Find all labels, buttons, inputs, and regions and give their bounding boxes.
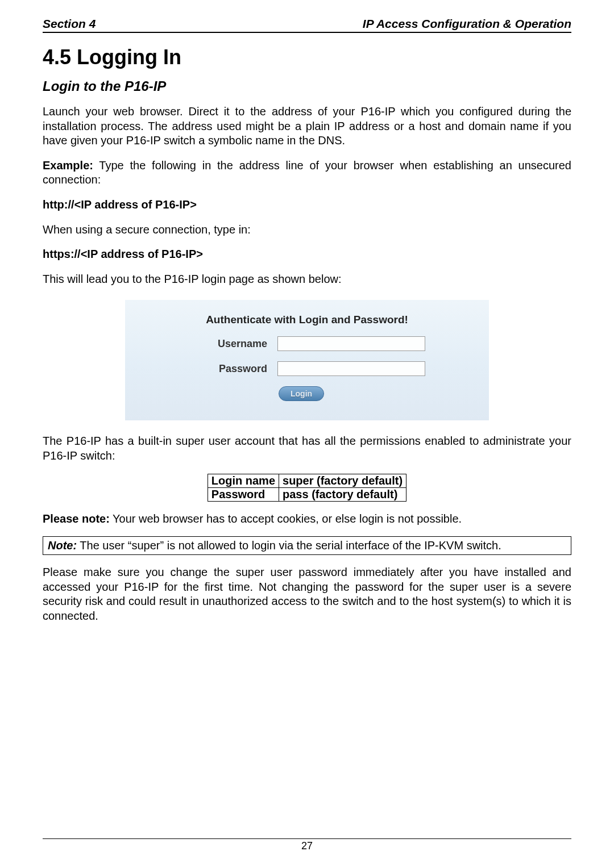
note-text: The user “super” is not allowed to login…: [77, 539, 501, 552]
header-right: IP Access Configuration & Operation: [363, 17, 571, 31]
example-text: Type the following in the address line o…: [43, 159, 571, 186]
closing-paragraph: Please make sure you change the super us…: [43, 565, 571, 623]
page-header: Section 4 IP Access Configuration & Oper…: [43, 17, 571, 33]
subheading: Login to the P16-IP: [43, 78, 571, 94]
please-note-paragraph: Please note: Your web browser has to acc…: [43, 512, 571, 527]
username-input[interactable]: [277, 336, 425, 351]
password-row: Password: [142, 361, 472, 376]
auth-title: Authenticate with Login and Password!: [142, 314, 472, 326]
http-address-line: http://<IP address of P16-IP>: [43, 198, 571, 212]
spacer: [43, 634, 571, 839]
page-number: 27: [301, 840, 313, 852]
example-label: Example:: [43, 159, 93, 172]
login-button[interactable]: Login: [279, 386, 324, 401]
after-login-paragraph: The P16-IP has a built-in super user acc…: [43, 434, 571, 463]
page-footer: 27: [43, 838, 571, 852]
note-label: Note:: [48, 539, 77, 552]
page: Section 4 IP Access Configuration & Oper…: [0, 0, 614, 868]
password-input[interactable]: [277, 361, 425, 376]
cred-password-label: Password: [208, 487, 279, 501]
please-note-text: Your web browser has to accept cookies, …: [110, 512, 462, 525]
secure-intro: When using a secure connection, type in:: [43, 223, 571, 237]
cred-password-value: pass (factory default): [279, 487, 406, 501]
cred-login-value: super (factory default): [279, 474, 406, 487]
password-label: Password: [142, 363, 277, 375]
login-button-wrap: Login: [142, 386, 472, 401]
lead-to-login: This will lead you to the P16-IP login p…: [43, 272, 571, 287]
username-row: Username: [142, 336, 472, 351]
please-note-label: Please note:: [43, 512, 110, 525]
credentials-table: Login name super (factory default) Passw…: [208, 474, 406, 502]
note-box: Note: The user “super” is not allowed to…: [43, 536, 571, 555]
paragraph-example: Example: Type the following in the addre…: [43, 158, 571, 187]
login-screenshot: Authenticate with Login and Password! Us…: [125, 300, 489, 420]
table-row: Password pass (factory default): [208, 487, 406, 501]
header-left: Section 4: [43, 17, 96, 31]
https-address-line: https://<IP address of P16-IP>: [43, 247, 571, 262]
table-row: Login name super (factory default): [208, 474, 406, 487]
username-label: Username: [142, 338, 277, 350]
cred-login-label: Login name: [208, 474, 279, 487]
section-title: 4.5 Logging In: [43, 45, 571, 69]
paragraph-intro: Launch your web browser. Direct it to th…: [43, 105, 571, 148]
